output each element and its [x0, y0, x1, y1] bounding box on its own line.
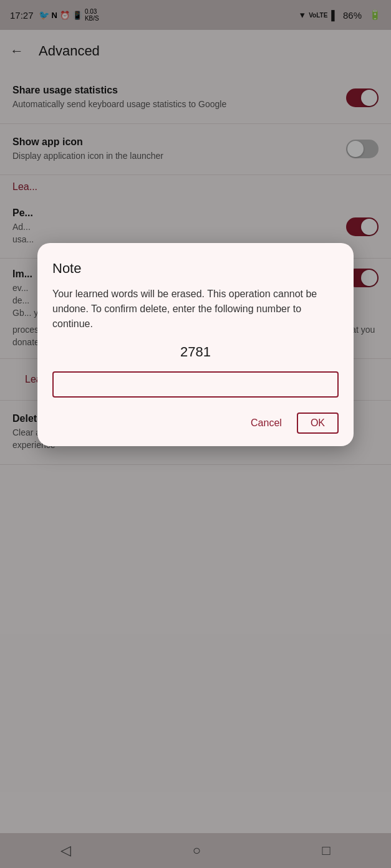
confirm-input[interactable] — [61, 379, 330, 390]
ok-button[interactable]: OK — [297, 413, 339, 434]
confirm-number: 2781 — [52, 344, 339, 360]
note-dialog: Note Your learned words will be erased. … — [37, 243, 354, 446]
confirm-input-wrapper[interactable] — [52, 371, 339, 398]
dialog-body: Your learned words will be erased. This … — [52, 287, 339, 331]
cancel-button[interactable]: Cancel — [243, 413, 289, 434]
dialog-title: Note — [52, 260, 339, 277]
dialog-actions: Cancel OK — [52, 413, 339, 434]
